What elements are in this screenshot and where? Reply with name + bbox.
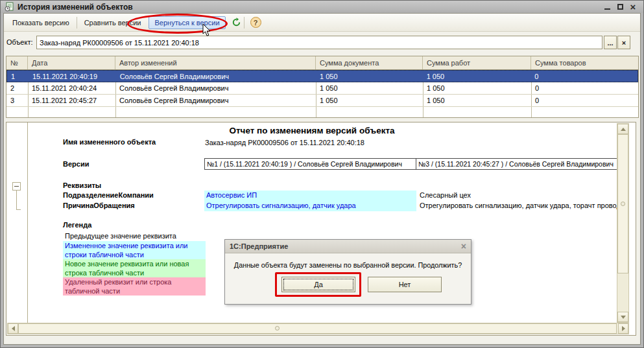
collapse-group-control[interactable] [12,182,21,191]
cell-date: 15.11.2021 20:40:24 [28,82,115,94]
cell-sum-works: 1 050 [423,95,531,106]
legend-item-previous: Предыдущее значение реквизита [63,231,206,240]
column-header-num[interactable]: № [6,56,28,69]
refresh-icon[interactable] [231,17,242,28]
compare-versions-button[interactable]: Сравнить версии [79,16,147,29]
cell-num: 3 [6,95,28,106]
minimize-button[interactable] [601,2,614,12]
confirmation-dialog: 1С:Предприятие × Данные объекта будут за… [224,239,471,305]
cell-num: 2 [6,82,28,94]
close-button[interactable]: × [626,2,639,12]
attribute-current-value: Отрегулировать сигнализацию, датчик удар… [420,202,625,209]
attribute-name: ПодразделениеКомпании [63,191,154,199]
cell-sum-doc: 1 050 [316,82,423,94]
version-cell-1: №1 / (15.11.2021 20:40:19 ) / Соловьёв С… [204,158,416,170]
legend-label: Легенда [63,221,91,229]
legend-item-deleted: Удаленный реквизит или строка табличной … [63,277,206,296]
window-title: История изменений объектов [18,3,601,12]
toolbar-separator [244,17,244,29]
dialog-close-button[interactable]: × [461,242,466,251]
arrow-down-icon [621,316,626,319]
help-icon[interactable]: ? [250,17,261,28]
cell-author: Соловьёв Сергей Владимирович [116,71,316,82]
arrow-up-icon [621,128,626,131]
app-window: История изменений объектов × Показать ве… [0,0,644,348]
no-button[interactable]: Нет [368,277,442,292]
column-header-author[interactable]: Автор изменений [115,56,316,69]
arrow-left-icon [12,326,15,331]
scroll-up-button[interactable] [617,124,628,134]
object-label: Объект: [6,38,33,46]
revert-to-version-button[interactable]: Вернуться к версии [149,16,225,29]
dialog-title-bar: 1С:Предприятие × [225,240,471,253]
maximize-button[interactable] [614,2,626,12]
cell-author: Соловьёв Сергей Владимирович [115,82,316,94]
report-title: Отчет по изменениям версий объекта [27,126,597,135]
column-header-date[interactable]: Дата [28,56,115,69]
cell-sum-goods: 0 [531,71,638,82]
column-header-sum-goods[interactable]: Сумма товаров [531,56,638,69]
maximize-icon [617,4,623,10]
grouping-bracket-tick [16,209,21,210]
version-cell-2: №3 / (15.11.2021 20:45:27 ) / Соловьёв С… [416,158,623,170]
column-header-sum-doc[interactable]: Сумма документа [316,56,423,69]
grouping-margin-divider [27,122,28,323]
dialog-title: 1С:Предприятие [230,242,461,250]
autoscroll-marker-icon [621,202,625,206]
vertical-scrollbar[interactable] [617,123,629,323]
show-version-button[interactable]: Показать версию [7,16,75,29]
grouping-bracket [16,191,17,209]
cell-sum-doc: 1 050 [316,71,423,82]
minimize-icon [604,8,610,10]
dialog-message: Данные объекта будут заменены по выбранн… [225,261,471,269]
title-bar: История изменений объектов × [1,1,643,13]
horizontal-scrollbar[interactable] [7,323,629,334]
attribute-current-value: Слесарный цех [420,191,471,199]
scroll-left-button[interactable] [8,323,18,334]
attribute-changed-value: Автосервис ИП [204,191,416,201]
legend-item-new: Новое значение реквизита или новая строк… [63,259,206,277]
table-row[interactable]: 2 15.11.2021 20:40:24 Соловьёв Сергей Вл… [6,82,638,95]
yes-button[interactable]: Да [281,277,355,292]
cell-num: 1 [7,71,29,82]
horizontal-scroll-thumb[interactable] [18,323,617,334]
cell-sum-goods: 0 [531,95,638,106]
history-document-icon [5,2,14,12]
legend-item-changed: Измененное значение реквизита или строки… [63,241,206,259]
cell-author: Соловьёв Сергей Владимирович [115,95,316,106]
arrow-right-icon [622,326,625,331]
scroll-down-button[interactable] [617,312,628,322]
attributes-label: Реквизиты [63,181,101,189]
table-header: № Дата Автор изменений Сумма документа С… [6,56,638,70]
table-row-selected[interactable]: 1 15.11.2021 20:40:19 Соловьёв Сергей Вл… [6,70,638,82]
object-input[interactable] [36,36,602,49]
object-field-row: Объект: ... × [4,32,640,53]
cell-sum-works: 1 050 [423,82,531,94]
column-header-sum-works[interactable]: Сумма работ [423,56,531,69]
cell-date: 15.11.2021 20:40:19 [29,71,116,82]
scroll-right-button[interactable] [618,323,628,334]
cell-date: 15.11.2021 20:45:27 [28,95,115,106]
object-clear-button[interactable]: × [617,36,630,49]
attribute-changed-value: Отрегулировать сигнализацию, датчик удар… [204,201,416,211]
attribute-name: ПричинаОбращения [63,202,135,209]
toolbar-separator [77,17,77,29]
toolbar: Показать версию Сравнить версии Вернутьс… [4,14,640,32]
versions-label: Версии [63,160,89,168]
autoscroll-marker-icon [275,326,280,331]
minus-icon [14,186,19,187]
cell-sum-doc: 1 050 [316,95,423,106]
object-browse-button[interactable]: ... [604,36,617,49]
table-row[interactable]: 3 15.11.2021 20:45:27 Соловьёв Сергей Вл… [6,95,638,107]
versions-table: № Дата Автор изменений Сумма документа С… [6,56,639,118]
object-name-value: Заказ-наряд РК00009506 от 15.11.2021 20:… [205,139,364,146]
object-name-label: Имя измененного объекта [63,138,156,146]
cell-sum-works: 1 050 [423,71,531,82]
cell-sum-goods: 0 [531,82,638,94]
